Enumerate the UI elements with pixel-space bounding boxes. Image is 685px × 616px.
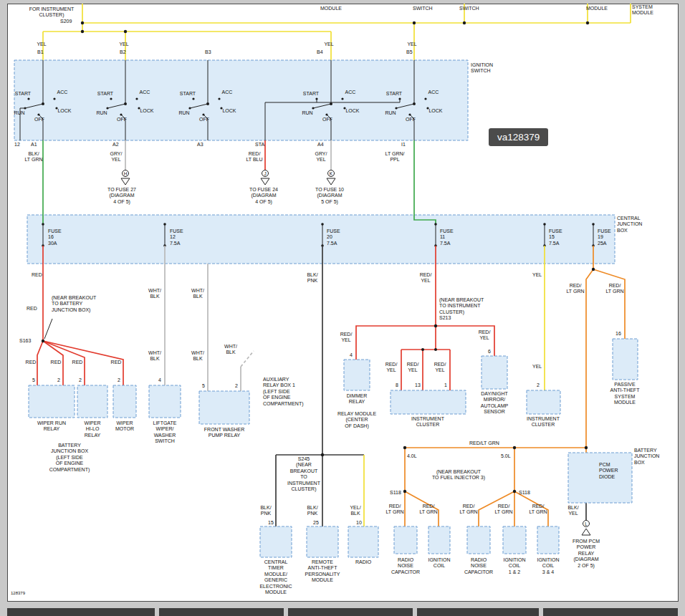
label-run: RUN (302, 110, 312, 116)
junction-dot (434, 348, 437, 351)
label-fuse-12: FUSE 12 7.5A (170, 228, 183, 246)
wire-label-red-lt-blu: RED/ LT BLU (246, 151, 262, 163)
pin-label-12: 12 (14, 142, 20, 148)
wire-label-blk-pnk: BLK/ PNK (307, 272, 317, 284)
label-to-fuse-27: TO FUSE 27 (DIAGRAM 4 OF 5) (107, 187, 136, 205)
label-start: START (15, 91, 31, 97)
wire-label-gry-yel: GRY/ YEL (315, 151, 327, 163)
box-wiper-motor (113, 385, 136, 418)
label-battery-junction-box-left: BATTERY JUNCTION BOX (LEFT SIDE OF ENGIN… (49, 443, 90, 473)
label-ignition-coil-1-2: IGNITION COIL 1 & 2 (503, 557, 525, 575)
label-acc: ACC (140, 90, 150, 95)
label-pcm-power-diode: PCM POWER DIODE (599, 462, 618, 480)
label-acc: ACC (57, 90, 68, 95)
pin-label: 4 (350, 352, 353, 358)
pin-label-sta: STA (255, 142, 264, 148)
wire-label-red-lt-grn: RED/ LT GRN (494, 504, 512, 516)
offpage-connector-h: H (121, 170, 130, 186)
wire-label-blk-lt-grn: BLK/ LT GRN (24, 151, 42, 163)
label-lock: LOCK (222, 108, 236, 114)
box-radio-noise-capacitor-2 (467, 526, 490, 554)
pin-label-b5: B5 (406, 49, 413, 55)
pin-label-b2: B2 (120, 49, 126, 55)
box-passive-anti-theft (613, 339, 638, 380)
connector-letter-k: K (330, 171, 333, 176)
wire-label-red-yel: RED/ YEL (420, 272, 432, 284)
watermark-badge: va128379 (489, 128, 548, 146)
offpage-connector-j: J (261, 170, 269, 186)
label-fuse-19: FUSE 19 25A (598, 228, 611, 246)
box-remote-anti-theft (307, 526, 338, 557)
label-splice-s163: S163 (19, 338, 31, 344)
label-run: RUN (96, 110, 107, 116)
label-to-fuse-24: TO FUSE 24 (DIAGRAM 4 OF 5) (249, 187, 278, 205)
wire-label-red-lt-grn: RED/ LT GRN (529, 504, 547, 516)
s163-note-pointer (44, 319, 52, 339)
pin-label-a1: A1 (31, 142, 37, 148)
splice-s163-dot (42, 340, 44, 342)
label-splice-s118-right: S118 (519, 490, 530, 496)
wire-label-wht-blk: WHT/ BLK (191, 288, 204, 300)
label-to-fuse-10: TO FUSE 10 (DIAGRAM 5 OF 5) (315, 187, 344, 205)
note-relay-module: RELAY MODULE (CENTER OF DASH) (337, 411, 376, 429)
label-radio-noise-capacitor-1: RADIO NOISE CAPACITOR (391, 557, 420, 575)
wire-label-red-yel: RED/ YEL (434, 362, 446, 374)
label-lock: LOCK (140, 108, 153, 114)
pin-label: 8 (396, 382, 398, 388)
label-acc: ACC (345, 90, 356, 95)
wire-label-yel: YEL (324, 42, 333, 47)
box-wiper-hilo-relay (77, 385, 107, 418)
wire-label-red-yel: RED/ YEL (385, 362, 398, 374)
wire-label-red-lt-grn: RED/ LT GRN (385, 504, 403, 516)
wiring-diagram-page: H J K (0, 0, 685, 616)
label-radio-noise-capacitor-2: RADIO NOISE CAPACITOR (464, 557, 493, 575)
wire-label-yel: YEL (407, 42, 416, 47)
label-top-system-module: SYSTEM MODULE (632, 4, 653, 16)
pin-label: 2 (537, 382, 540, 388)
label-instrument-cluster-2: INSTRUMENT CLUSTER (527, 416, 560, 428)
label-fuse-11: FUSE 11 7.5A (440, 228, 454, 246)
label-splice-s245: S245 (NEAR BREAKOUT TO INSTRUMENT CLUSTE… (287, 456, 320, 492)
label-top-instrument-cluster: FOR INSTRUMENT CLUSTER) (29, 6, 75, 19)
pin-label-a4: A4 (317, 142, 324, 148)
pin-label-b4: B4 (317, 49, 323, 55)
offpage-connector-l: L (582, 521, 590, 536)
label-remote-anti-theft: REMOTE ANTI-THEFT PERSONALITY MODULE (305, 559, 340, 584)
wire-label-yel: YEL (119, 42, 128, 47)
label-passive-anti-theft: PASSIVE ANTI-THEFT SYSTEM MODULE (610, 382, 640, 406)
label-wiper-run-relay: WIPER RUN RELAY (37, 420, 66, 433)
box-dimmer-relay (344, 360, 370, 390)
box-liftgate-switch (149, 385, 181, 418)
bottom-bar (543, 608, 678, 616)
box-central-timer-module (260, 526, 292, 557)
wire-label-blk-pnk: BLK/ PNK (260, 505, 271, 517)
label-off: OFF (199, 117, 209, 122)
label-from-pcm-power-relay: FROM PCM POWER RELAY (DIAGRAM 2 OF 5) (573, 539, 600, 569)
label-wiper-hilo-relay: WIPER HI-LO RELAY (85, 420, 101, 438)
label-run: RUN (14, 110, 24, 116)
label-central-junction-box: CENTRAL JUNCTION BOX (617, 216, 642, 234)
pin-label-a2: A2 (112, 142, 119, 148)
wire-label-red-lt-grn: RED/ LT GRN (459, 504, 477, 516)
label-fuse-15: FUSE 15 7.5A (549, 228, 562, 246)
wire-label-wht-blk: WHT/ BLK (224, 344, 237, 356)
wire-label-red: RED (72, 360, 83, 365)
pin-label: 2 (118, 377, 120, 383)
note-s118: (NEAR BREAKOUT TO FUEL INJECTOR 3) (432, 469, 485, 481)
label-start: START (180, 91, 196, 97)
wire-label-yel: YEL (532, 272, 542, 278)
wire-label-blk-yel: BLK/ YEL (567, 505, 578, 517)
label-front-washer-pump-relay: FRONT WASHER PUMP RELAY (204, 427, 244, 439)
bottom-bar (7, 608, 155, 616)
pin-label: 15 (268, 520, 274, 526)
label-start: START (303, 91, 319, 97)
label-wiper-motor: WIPER MOTOR (115, 420, 134, 433)
label-lock: LOCK (428, 108, 442, 114)
bottom-bar (159, 608, 284, 616)
wire-label-red-yel: RED/ YEL (407, 362, 419, 374)
wire-label-gry-yel: GRY/ YEL (110, 151, 123, 163)
pin-label: 4 (158, 377, 161, 383)
label-splice-s118-left: S118 (390, 490, 401, 496)
label-ignition-switch: IGNITION SWITCH (471, 62, 493, 74)
label-liftgate-switch: LIFTGATE WIPER/ WASHER SWITCH (153, 420, 177, 445)
